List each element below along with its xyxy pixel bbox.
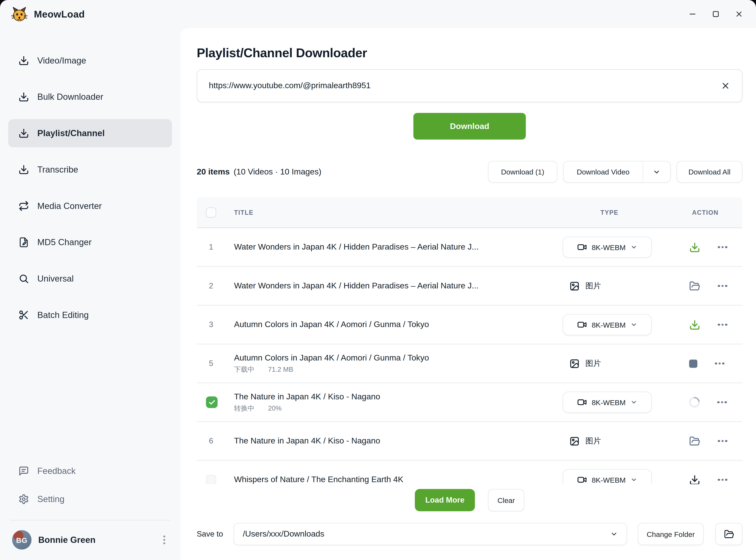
download-video-split-button[interactable]: Download Video bbox=[563, 161, 671, 183]
download-button[interactable]: Download bbox=[413, 113, 526, 139]
items-count: 20 items bbox=[197, 167, 230, 177]
type-label: 图片 bbox=[585, 281, 601, 291]
item-title: Autumn Colors in Japan 4K / Aomori / Gun… bbox=[234, 320, 546, 329]
save-path-value: /Users/xxx/Downloads bbox=[243, 529, 324, 539]
table-row: 1Water Wonders in Japan 4K / Hidden Para… bbox=[197, 228, 742, 267]
format-label: 8K-WEBM bbox=[592, 398, 625, 406]
avatar: BG bbox=[12, 530, 32, 550]
sidebar-item-transcribe[interactable]: Transcribe bbox=[8, 156, 172, 184]
table-row: 2Water Wonders in Japan 4K / Hidden Para… bbox=[197, 267, 742, 306]
table-row: 3Autumn Colors in Japan 4K / Aomori / Gu… bbox=[197, 306, 742, 344]
format-select-button[interactable]: 8K-WEBM bbox=[563, 469, 652, 484]
more-actions-button[interactable] bbox=[718, 244, 727, 250]
sidebar: Video/ImageBulk DownloaderPlaylist/Chann… bbox=[0, 28, 180, 560]
download-selected-button[interactable]: Download (1) bbox=[488, 161, 557, 183]
more-actions-button[interactable] bbox=[718, 477, 727, 483]
sidebar-item-batch-editing[interactable]: Batch Editing bbox=[8, 301, 172, 329]
status-text: 转换中 bbox=[234, 404, 255, 413]
sidebar-item-md5-changer[interactable]: MD5 Changer bbox=[8, 228, 172, 256]
table-row: 6The Nature in Japan 4K / Kiso - Nagano图… bbox=[197, 422, 742, 461]
open-folder-button[interactable] bbox=[715, 523, 742, 545]
sidebar-item-setting[interactable]: Setting bbox=[8, 485, 172, 513]
table-header: TITLE TYPE ACTION bbox=[197, 197, 742, 228]
sidebar-item-label: Media Converter bbox=[37, 201, 102, 211]
video-camera-icon bbox=[577, 475, 587, 484]
download-all-button[interactable]: Download All bbox=[677, 161, 742, 183]
header-type: TYPE bbox=[546, 208, 670, 216]
more-actions-button[interactable] bbox=[715, 360, 724, 367]
stop-icon[interactable] bbox=[689, 359, 697, 367]
url-input[interactable]: https://www.youtube.com/@primalearth8951 bbox=[197, 69, 742, 102]
more-actions-button[interactable] bbox=[718, 438, 727, 444]
page-title: Playlist/Channel Downloader bbox=[197, 45, 742, 61]
item-title: Water Wonders in Japan 4K / Hidden Parad… bbox=[234, 281, 546, 291]
user-row: BG Bonnie Green bbox=[8, 528, 172, 552]
more-actions-button[interactable] bbox=[718, 322, 727, 328]
download-icon bbox=[18, 164, 29, 175]
load-more-button[interactable]: Load More bbox=[415, 489, 475, 511]
image-icon bbox=[570, 436, 580, 446]
sidebar-item-label: Feedback bbox=[37, 466, 76, 476]
download-video-label[interactable]: Download Video bbox=[564, 168, 643, 176]
more-actions-button[interactable] bbox=[717, 399, 727, 405]
select-all-checkbox[interactable] bbox=[206, 207, 216, 217]
spinner bbox=[687, 395, 702, 410]
sidebar-item-playlist-channel[interactable]: Playlist/Channel bbox=[8, 119, 172, 147]
user-menu-kebab-icon[interactable] bbox=[160, 533, 168, 547]
video-camera-icon bbox=[577, 397, 587, 407]
row-checkbox[interactable] bbox=[206, 475, 216, 484]
row-number: 3 bbox=[206, 320, 216, 329]
format-select-button[interactable]: 8K-WEBM bbox=[563, 392, 652, 413]
chevron-down-icon[interactable] bbox=[643, 168, 670, 176]
change-folder-button[interactable]: Change Folder bbox=[638, 523, 704, 545]
open-folder-icon[interactable] bbox=[689, 280, 700, 292]
close-icon[interactable] bbox=[735, 9, 743, 18]
format-select-button[interactable]: 8K-WEBM bbox=[563, 236, 652, 258]
chevron-down-icon bbox=[631, 399, 637, 406]
main-panel: Playlist/Channel Downloader https://www.… bbox=[180, 28, 756, 560]
sidebar-item-bulk-downloader[interactable]: Bulk Downloader bbox=[8, 83, 172, 111]
row-number: 6 bbox=[206, 437, 216, 445]
more-actions-button[interactable] bbox=[718, 283, 727, 289]
sidebar-item-label: Setting bbox=[37, 494, 64, 504]
sidebar-item-feedback[interactable]: Feedback bbox=[8, 457, 172, 485]
video-camera-icon bbox=[577, 242, 587, 252]
format-select-button[interactable]: 8K-WEBM bbox=[563, 314, 652, 335]
chevron-down-icon bbox=[631, 244, 637, 251]
download-icon[interactable] bbox=[689, 319, 700, 331]
clear-button[interactable]: Clear bbox=[488, 489, 524, 511]
sidebar-item-video-image[interactable]: Video/Image bbox=[8, 46, 172, 75]
sidebar-item-media-converter[interactable]: Media Converter bbox=[8, 192, 172, 220]
format-label: 8K-WEBM bbox=[592, 476, 625, 484]
user-name: Bonnie Green bbox=[38, 535, 96, 545]
row-number: 5 bbox=[206, 359, 216, 368]
row-checkbox-checked[interactable] bbox=[206, 396, 218, 408]
save-path-select[interactable]: /Users/xxx/Downloads bbox=[234, 523, 627, 545]
sidebar-item-label: Universal bbox=[37, 274, 74, 284]
image-icon bbox=[570, 358, 580, 368]
video-camera-icon bbox=[577, 320, 587, 329]
message-icon bbox=[18, 466, 29, 476]
minimize-icon[interactable] bbox=[688, 9, 697, 18]
sidebar-item-label: Batch Editing bbox=[37, 310, 89, 320]
sidebar-item-label: MD5 Changer bbox=[37, 237, 92, 247]
open-folder-icon[interactable] bbox=[689, 435, 700, 446]
item-title: The Nature in Japan 4K / Kiso - Nagano bbox=[234, 436, 546, 446]
maximize-icon[interactable] bbox=[711, 9, 720, 18]
sidebar-divider bbox=[10, 520, 170, 520]
repeat-icon bbox=[18, 201, 29, 211]
status-value: 20% bbox=[268, 404, 282, 413]
type-image: 图片 bbox=[570, 436, 670, 446]
type-image: 图片 bbox=[570, 358, 670, 368]
download-icon[interactable] bbox=[689, 241, 700, 253]
download-icon[interactable] bbox=[689, 474, 700, 484]
gear-icon bbox=[18, 494, 29, 504]
item-status: 转换中20% bbox=[234, 404, 546, 413]
file-pen-icon bbox=[18, 237, 29, 247]
scissors-icon bbox=[18, 310, 29, 320]
cat-logo-icon bbox=[11, 5, 28, 23]
app-title: MeowLoad bbox=[34, 8, 85, 20]
sidebar-item-universal[interactable]: Universal bbox=[8, 265, 172, 293]
title-bar: MeowLoad bbox=[0, 0, 756, 28]
clear-input-icon[interactable] bbox=[721, 81, 730, 91]
